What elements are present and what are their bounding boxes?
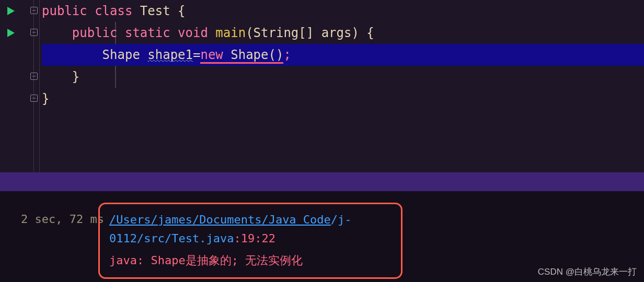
keyword: public — [72, 26, 118, 40]
code-line[interactable]: public static void main(String[] args) { — [42, 22, 644, 44]
keyword-new: new — [200, 48, 223, 64]
build-duration: 2 sec, 72 ms — [21, 210, 104, 229]
gutter — [0, 0, 26, 172]
error-message: java: Shape是抽象的; 无法实例化 — [109, 251, 392, 270]
type-ref: Shape — [102, 48, 140, 62]
keyword: static — [125, 26, 170, 40]
keyword: public — [42, 4, 87, 18]
var-name: shape1 — [147, 48, 193, 62]
code-line[interactable]: } — [42, 66, 644, 88]
watermark: CSDN @白桃乌龙来一打 — [538, 266, 637, 278]
panel-divider[interactable] — [0, 172, 644, 191]
run-icon[interactable] — [7, 29, 15, 37]
error-highlight-box: /Users/james/Documents/Java Code/j-0112/… — [98, 203, 402, 279]
ctor-call: Shape — [231, 48, 268, 64]
method-name: main — [215, 26, 246, 40]
code-line[interactable]: } — [42, 88, 644, 110]
keyword: void — [178, 26, 208, 40]
class-name: Test — [140, 4, 170, 18]
fold-toggle-icon[interactable] — [30, 95, 38, 102]
keyword: class — [95, 4, 132, 18]
fold-toggle-icon[interactable] — [30, 29, 38, 36]
error-line-col: :19:22 — [234, 232, 275, 245]
code-line-highlighted[interactable]: Shape shape1=new Shape(); — [42, 44, 644, 66]
code-editor[interactable]: public class Test { public static void m… — [0, 0, 644, 172]
code-line[interactable]: public class Test { — [42, 0, 644, 22]
error-file-link[interactable]: /Users/james/Documents/Java Code — [109, 213, 331, 226]
run-icon[interactable] — [7, 7, 15, 15]
fold-toggle-icon[interactable] — [30, 7, 38, 14]
gutter-divider — [39, 0, 40, 172]
error-location-line[interactable]: /Users/james/Documents/Java Code/j-0112/… — [109, 210, 392, 248]
code-area[interactable]: public class Test { public static void m… — [42, 0, 644, 110]
fold-toggle-icon[interactable] — [30, 73, 38, 80]
